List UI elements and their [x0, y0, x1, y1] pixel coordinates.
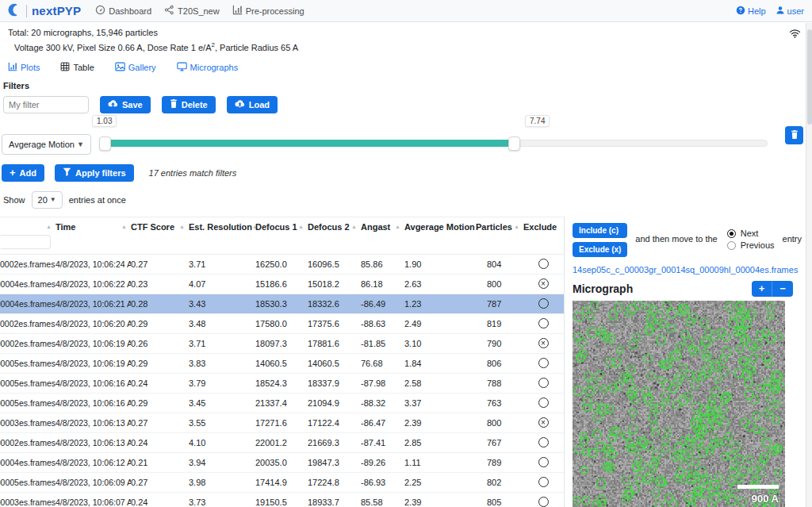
micrograph-image[interactable]: [573, 301, 785, 507]
include-circle-icon[interactable]: [538, 398, 549, 408]
table-cell: 18933.7: [308, 497, 361, 507]
sort-icon[interactable]: ▲: [514, 224, 523, 229]
next-radio[interactable]: Next: [727, 228, 775, 240]
project-nodes-icon: [164, 5, 174, 17]
nav-item-dashboard[interactable]: Dashboard: [95, 5, 151, 17]
filter-range-row: 1.03 7.74 Avgerage Motion ▼: [0, 113, 812, 163]
table-row[interactable]: 0002es.frames4/8/2023, 10:06:24 AM0.273.…: [0, 255, 564, 275]
micrograph-filename-link[interactable]: 14sep05c_c_00003gr_00014sq_00009hl_00004…: [573, 265, 812, 275]
column-header-time[interactable]: Time▲: [56, 222, 131, 232]
table-row[interactable]: 00002es.frames4/8/2023, 10:06:13 AM0.244…: [0, 433, 564, 453]
table-cell: 806: [476, 359, 523, 368]
table-cell: 14060.5: [308, 359, 361, 368]
nextpyp-logo-icon: [8, 3, 21, 18]
tab-gallery[interactable]: Gallery: [115, 62, 156, 73]
nav-item-preprocessing[interactable]: Pre-processing: [232, 5, 304, 17]
filter-name-input[interactable]: [3, 96, 89, 113]
scrollbar-thumb[interactable]: [807, 29, 812, 125]
include-circle-icon[interactable]: [538, 259, 549, 269]
table-row[interactable]: 00002es.frames4/8/2023, 10:06:19 AM0.263…: [0, 334, 564, 354]
table-cell: 4/8/2023, 10:06:19 AM: [56, 359, 131, 368]
column-header-resolution[interactable]: Est. Resolution▲: [189, 222, 255, 232]
name-filter-input[interactable]: [0, 235, 51, 249]
tab-micrographs[interactable]: Micrographs: [177, 62, 239, 73]
column-header-ctf[interactable]: CTF Score▲: [131, 222, 189, 232]
table-row[interactable]: 00004es.frames4/8/2023, 10:06:21 AM0.283…: [0, 294, 564, 314]
table-cell: 0.24: [131, 378, 189, 388]
range-slider[interactable]: [100, 140, 768, 147]
excluded-mark-icon[interactable]: ×: [538, 278, 549, 289]
include-circle-icon[interactable]: [538, 477, 549, 487]
filter-property-select[interactable]: Avgerage Motion ▼: [2, 134, 91, 155]
include-circle-icon[interactable]: [538, 457, 549, 467]
table-row[interactable]: 00003es.frames4/8/2023, 10:06:13 AM0.273…: [0, 413, 564, 433]
tab-label: Table: [73, 63, 94, 72]
table-cell: 17580.0: [255, 319, 308, 328]
micrograph-viewer[interactable]: 900 A: [573, 301, 785, 507]
delete-filter-button[interactable]: Delete: [162, 96, 216, 113]
include-circle-icon[interactable]: [538, 318, 549, 328]
table-row[interactable]: 00004es.frames4/8/2023, 10:06:22 AM0.234…: [0, 275, 564, 294]
table-row[interactable]: 00005es.frames4/8/2023, 10:06:19 AM0.293…: [0, 354, 564, 374]
column-header-name[interactable]: ▲: [0, 222, 56, 232]
include-circle-icon[interactable]: [538, 378, 549, 388]
table-cell: 3.98: [189, 478, 255, 487]
window-scrollbar[interactable]: [806, 23, 812, 507]
column-header-defocus1[interactable]: Defocus 1▲: [255, 222, 308, 232]
tab-plots[interactable]: Plots: [8, 62, 40, 73]
table-cell: 0.26: [131, 339, 189, 348]
save-filter-button[interactable]: Save: [100, 96, 151, 113]
zoom-in-button[interactable]: +: [752, 281, 772, 297]
table-cell: -88.63: [361, 319, 404, 328]
load-filter-button[interactable]: Load: [227, 96, 278, 113]
range-slider-min-handle[interactable]: [99, 136, 111, 151]
table-cell: 4.10: [189, 438, 255, 447]
table-row[interactable]: 00005es.frames4/8/2023, 10:06:16 AM0.243…: [0, 374, 564, 394]
include-circle-icon[interactable]: [538, 298, 549, 309]
previous-radio[interactable]: Previous: [727, 240, 775, 252]
excluded-mark-icon[interactable]: ×: [538, 338, 549, 348]
gallery-icon: [115, 62, 125, 73]
column-header-particles[interactable]: Particles▲: [476, 222, 523, 232]
nav-item-project[interactable]: T20S_new: [164, 5, 220, 17]
brand[interactable]: nextPYP: [8, 3, 81, 18]
sort-icon[interactable]: ▲: [121, 224, 131, 229]
apply-filters-button[interactable]: Apply filters: [55, 164, 134, 182]
table-cell: 0.27: [131, 478, 189, 487]
table-cell: 802: [476, 478, 523, 487]
table-row[interactable]: 0002es.frames4/8/2023, 10:06:20 AM0.293.…: [0, 314, 564, 334]
include-circle-icon[interactable]: [538, 358, 549, 368]
column-header-motion[interactable]: Avgerage Motion▲: [404, 222, 476, 232]
table-row[interactable]: 00005es.frames4/8/2023, 10:06:09 AM0.273…: [0, 473, 564, 493]
remove-filter-button[interactable]: [785, 126, 803, 144]
range-slider-max-handle[interactable]: [508, 136, 520, 151]
column-header-defocus2[interactable]: Defocus 2▲: [308, 222, 361, 232]
live-stream-icon[interactable]: [789, 29, 801, 40]
sort-icon[interactable]: ▲: [351, 224, 361, 229]
table-row[interactable]: 00005es.frames4/8/2023, 10:06:16 AM0.293…: [0, 394, 564, 413]
include-circle-icon[interactable]: [538, 497, 549, 507]
tab-label: Plots: [21, 63, 40, 72]
sort-icon[interactable]: ▲: [395, 224, 404, 229]
zoom-out-button[interactable]: −: [772, 281, 793, 297]
table-cell: 76.68: [361, 359, 404, 368]
column-header-angast[interactable]: Angast▲: [361, 222, 404, 232]
exclude-button[interactable]: Exclude (x): [573, 242, 627, 257]
help-link[interactable]: Help: [736, 6, 766, 17]
include-circle-icon[interactable]: [538, 437, 549, 447]
table-row[interactable]: 00004es.frames4/8/2023, 10:06:12 AM0.213…: [0, 453, 564, 473]
entries-count-select[interactable]: 20 ▼: [32, 191, 63, 209]
table-row[interactable]: 00003es.frames4/8/2023, 10:06:07 AM0.243…: [0, 493, 564, 507]
table-cell: 3.71: [189, 339, 255, 348]
tab-table[interactable]: Table: [60, 62, 94, 73]
sort-icon[interactable]: ▲: [179, 224, 189, 229]
sort-icon[interactable]: ▲: [298, 224, 308, 229]
summary-block: Total: 20 micrographs, 15,946 particles …: [0, 22, 812, 54]
user-menu[interactable]: user: [776, 6, 804, 17]
include-button[interactable]: Include (c): [573, 223, 627, 238]
sort-icon[interactable]: ▲: [46, 224, 56, 229]
add-filter-button[interactable]: + Add: [2, 164, 44, 182]
table-cell: 788: [476, 378, 523, 388]
excluded-mark-icon[interactable]: ×: [538, 417, 549, 428]
table-cell: 0.29: [131, 319, 189, 328]
